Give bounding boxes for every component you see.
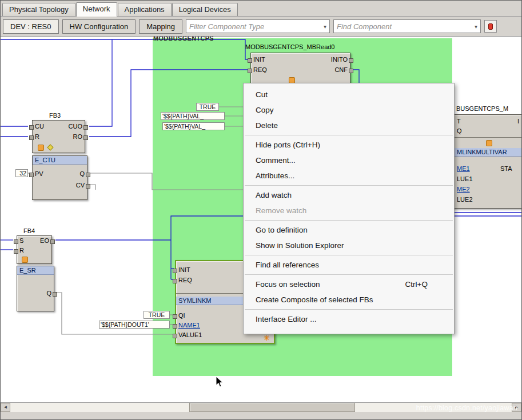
- port-r[interactable]: R: [19, 247, 24, 254]
- menu-separator: [245, 185, 453, 186]
- port-cuo[interactable]: CUO: [69, 123, 82, 130]
- red-square-icon: [488, 23, 493, 30]
- port-init[interactable]: INIT: [178, 266, 190, 274]
- port-status-fragment[interactable]: STA: [500, 165, 512, 173]
- menu-item-copy[interactable]: Copy: [244, 102, 454, 118]
- chevron-down-icon[interactable]: ▾: [320, 23, 326, 30]
- toolbar: DEV : RES0 HW Configuration Mapping Filt…: [1, 17, 521, 37]
- menu-separator: [245, 274, 453, 275]
- menu-separator: [245, 309, 453, 310]
- port-req[interactable]: REQ: [253, 66, 267, 74]
- port-req[interactable]: REQ: [178, 277, 192, 284]
- dev-res0-button[interactable]: DEV : RES0: [3, 19, 59, 34]
- menu-item-delete[interactable]: Delete: [244, 118, 454, 133]
- value-label-true[interactable]: TRUE: [196, 103, 219, 111]
- scroll-thumb[interactable]: [189, 403, 355, 412]
- menu-item-focus-on-selection[interactable]: Focus on selectionCtrl+Q: [244, 277, 454, 292]
- find-component-combobox[interactable]: Find Component ▾: [333, 19, 481, 33]
- port-cu[interactable]: CU: [35, 123, 44, 130]
- menu-shortcut: Ctrl+Q: [405, 277, 428, 292]
- fb-title-mbread0: MODBUSGENTCPS_MBRead0: [245, 43, 335, 50]
- menu-item-cut[interactable]: Cut: [244, 87, 454, 102]
- value-label-path-dout1[interactable]: '$${PATH}DOUT1': [99, 321, 170, 329]
- port-eo[interactable]: EO: [40, 237, 49, 245]
- port-pv[interactable]: PV: [35, 170, 43, 178]
- tab-applications[interactable]: Applications: [118, 3, 172, 16]
- tab-bar: Physical Topology Network Applications L…: [1, 1, 521, 17]
- value-label-pv[interactable]: 32: [15, 169, 28, 177]
- menu-item-comment[interactable]: Comment...: [244, 153, 454, 168]
- port-ro[interactable]: RO: [73, 133, 83, 141]
- fb3-ectu-block[interactable]: E_CTU PV Q CV: [32, 155, 87, 200]
- menu-item-add-watch[interactable]: Add watch: [244, 187, 454, 203]
- watch-badge-icon: [22, 257, 28, 263]
- fb-title-fb3: FB3: [49, 112, 61, 119]
- port-r[interactable]: R: [35, 133, 39, 141]
- port-name1-fragment[interactable]: ME1: [457, 165, 470, 173]
- port-cv[interactable]: CV: [76, 182, 85, 189]
- port-init[interactable]: INIT: [253, 56, 265, 63]
- port-req-fragment[interactable]: Q: [457, 127, 462, 135]
- filter-placeholder: Filter Component Type: [189, 22, 264, 31]
- context-menu: Cut Copy Delete Hide ports (Ctrl+H) Comm…: [243, 83, 455, 334]
- menu-item-show-in-solution-explorer[interactable]: Show in Solution Explorer: [244, 238, 454, 253]
- tab-physical-topology[interactable]: Physical Topology: [2, 3, 75, 16]
- flag-icon: [47, 144, 53, 150]
- find-placeholder: Find Component: [337, 22, 392, 31]
- fb3-event-block[interactable]: CU R CUO RO: [32, 120, 85, 153]
- scroll-left-button[interactable]: ◄: [1, 403, 10, 412]
- value-label-path-val[interactable]: '$${PATH}VAL_: [161, 112, 225, 120]
- smart-tag-icon[interactable]: ✳: [264, 334, 270, 342]
- port-name2-fragment[interactable]: ME2: [457, 186, 470, 193]
- tab-network[interactable]: Network: [76, 2, 117, 17]
- fb-type-band: E_CTU: [33, 156, 87, 165]
- watch-badge-icon: [486, 140, 492, 146]
- mouse-cursor: [216, 376, 224, 388]
- tab-logical-devices[interactable]: Logical Devices: [172, 3, 238, 16]
- value-label-path-val[interactable]: '$${PATH}VAL_: [162, 122, 225, 130]
- filter-component-type-combobox[interactable]: Filter Component Type ▾: [186, 19, 330, 33]
- value-label-true[interactable]: TRUE: [144, 311, 170, 319]
- fb4-esr-block[interactable]: E_SR Q: [17, 266, 54, 311]
- menu-separator: [245, 255, 453, 255]
- network-editor-canvas[interactable]: MODBUSGENTCPS MODBUSGENTCPS_MBRead0 INIT…: [1, 37, 521, 402]
- app-window: Physical Topology Network Applications L…: [0, 0, 522, 420]
- menu-item-find-all-references[interactable]: Find all references: [244, 257, 454, 273]
- port-q[interactable]: Q: [46, 290, 51, 297]
- port-cnf[interactable]: CNF: [334, 66, 348, 74]
- port-s[interactable]: S: [19, 237, 23, 245]
- port-value1-fragment[interactable]: LUE1: [457, 175, 473, 183]
- chevron-down-icon[interactable]: ▾: [471, 23, 477, 30]
- fb-title-fb4: FB4: [23, 227, 35, 234]
- port-q[interactable]: Q: [79, 170, 85, 178]
- menu-item-remove-watch: Remove watch: [244, 203, 454, 218]
- menu-item-go-to-definition[interactable]: Go to definition: [244, 222, 454, 238]
- port-name1[interactable]: NAME1: [178, 322, 200, 329]
- mapping-button[interactable]: Mapping: [139, 19, 182, 34]
- hw-configuration-button[interactable]: HW Configuration: [62, 19, 136, 34]
- online-mode-button[interactable]: [484, 20, 497, 33]
- port-value2-fragment[interactable]: LUE2: [457, 196, 473, 203]
- menu-item-attributes[interactable]: Attributes...: [244, 168, 454, 183]
- port-qi[interactable]: QI: [178, 312, 185, 319]
- watch-badge-icon: [38, 145, 44, 151]
- port-inito-fragment[interactable]: I: [517, 118, 519, 125]
- menu-separator: [245, 135, 453, 135]
- fb-title-right: BUSGENTCPS_M: [456, 105, 508, 112]
- port-value1[interactable]: VALUE1: [178, 331, 202, 339]
- fb-instance-label-modbusgentcps: MODBUSGENTCPS: [153, 37, 214, 42]
- menu-item-hide-ports[interactable]: Hide ports (Ctrl+H): [244, 137, 454, 153]
- fb4-event-block[interactable]: S R EO: [17, 235, 52, 264]
- port-inito[interactable]: INITO: [331, 56, 348, 63]
- menu-item-interface-editor[interactable]: Interface Editor ...: [244, 311, 454, 327]
- watermark: https://blog.csdn.net/yaojiawan: [416, 404, 517, 412]
- menu-separator: [245, 220, 453, 221]
- fb-type-band: E_SR: [17, 266, 54, 275]
- port-init-fragment[interactable]: T: [457, 118, 461, 125]
- menu-item-create-composite[interactable]: Create Composite of selected FBs: [244, 292, 454, 307]
